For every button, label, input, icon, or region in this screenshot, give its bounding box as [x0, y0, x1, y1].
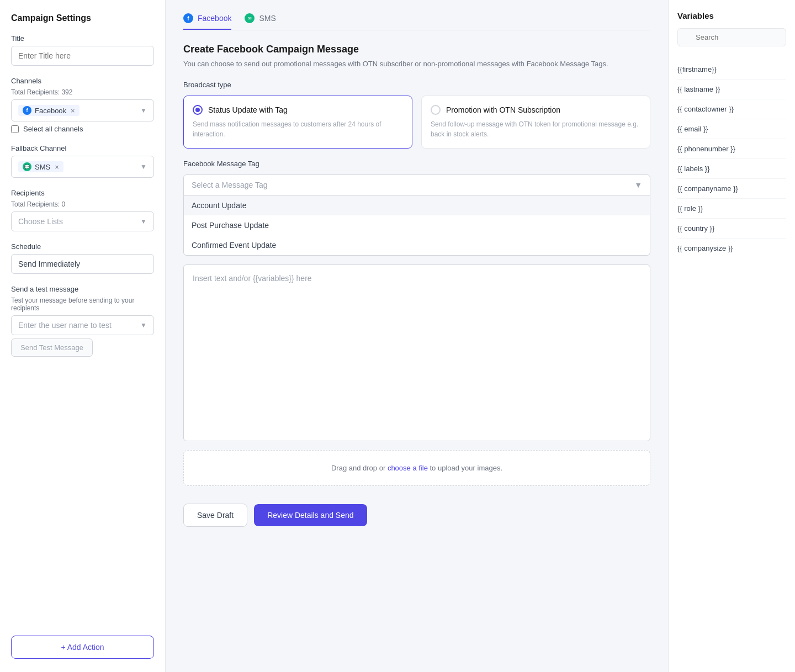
- schedule-label: Schedule: [11, 242, 154, 251]
- broadcast-promotion-header: Promotion with OTN Subscription: [431, 105, 641, 115]
- radio-promotion: [431, 105, 441, 115]
- var-item-country[interactable]: {{ country }}: [677, 219, 786, 239]
- broadcast-type-label: Broadcast type: [183, 81, 650, 89]
- var-item-contactowner[interactable]: {{ contactowner }}: [677, 99, 786, 119]
- title-label: Title: [11, 34, 154, 43]
- recipients-label: Recipients: [11, 189, 154, 197]
- schedule-select[interactable]: Send Immediately: [11, 254, 154, 274]
- test-sub: Test your message before sending to your…: [11, 297, 154, 312]
- test-input-row[interactable]: Enter the user name to test ▼: [11, 315, 154, 335]
- recipients-group: Recipients Total Recipients: 0 Choose Li…: [11, 189, 154, 231]
- save-draft-button[interactable]: Save Draft: [183, 504, 247, 527]
- select-all-checkbox[interactable]: [11, 125, 19, 133]
- broadcast-status-title: Status Update with Tag: [208, 105, 288, 114]
- schedule-group: Schedule Send Immediately: [11, 242, 154, 274]
- variables-search-wrap: 🔍: [677, 28, 786, 53]
- facebook-tab-icon: f: [183, 13, 193, 23]
- broadcast-promotion-title: Promotion with OTN Subscription: [446, 105, 560, 114]
- tag-item-account-update[interactable]: Account Update Notify user of a non-recu…: [184, 195, 650, 215]
- var-item-companysize[interactable]: {{ companysize }}: [677, 239, 786, 258]
- variables-list: {{firstname}} {{ lastname }} {{ contacto…: [677, 60, 786, 258]
- radio-inner: [195, 108, 200, 112]
- bottom-bar: Save Draft Review Details and Send: [183, 499, 650, 527]
- chevron-down-icon: ▼: [140, 218, 147, 225]
- var-item-firstname[interactable]: {{firstname}}: [677, 60, 786, 80]
- message-placeholder: Insert text and/or {{variables}} here: [193, 274, 312, 283]
- tag-item-confirmed-event[interactable]: Confirmed Event Update: [184, 235, 650, 255]
- broadcast-status-desc: Send mass notification messages to custo…: [193, 119, 403, 139]
- upload-area[interactable]: Drag and drop or choose a file to upload…: [183, 450, 650, 486]
- message-tag-label: Facebook Message Tag: [183, 160, 650, 168]
- broadcast-card-status-update[interactable]: Status Update with Tag Send mass notific…: [183, 96, 412, 149]
- facebook-label: Facebook: [35, 107, 66, 115]
- tag-dropdown-menu: Account Update Notify user of a non-recu…: [183, 195, 650, 256]
- var-item-role[interactable]: {{ role }}: [677, 199, 786, 219]
- chevron-down-icon: ▼: [634, 181, 642, 189]
- broadcast-promotion-desc: Send follow-up message with OTN token fo…: [431, 119, 641, 139]
- facebook-remove-icon[interactable]: ×: [71, 107, 75, 115]
- broadcast-card-promotion[interactable]: Promotion with OTN Subscription Send fol…: [421, 96, 650, 149]
- facebook-badge: f Facebook ×: [18, 105, 80, 116]
- sms-badge: 💬 SMS ×: [18, 161, 63, 172]
- message-editor[interactable]: Insert text and/or {{variables}} here: [183, 264, 650, 441]
- sms-tab-icon: ✉: [245, 13, 255, 23]
- test-message-group: Send a test message Test your message be…: [11, 285, 154, 357]
- broadcast-card-header: Status Update with Tag: [193, 105, 403, 115]
- channel-tabs: f Facebook ✉ SMS: [183, 13, 650, 30]
- sms-remove-icon[interactable]: ×: [55, 163, 59, 171]
- channels-group: Channels Total Recipients: 392 f Faceboo…: [11, 77, 154, 133]
- page-description: You can choose to send out promotional m…: [183, 59, 650, 70]
- facebook-icon: f: [23, 106, 31, 115]
- review-send-button[interactable]: Review Details and Send: [254, 504, 367, 526]
- sms-label: SMS: [35, 163, 50, 171]
- broadcast-options: Status Update with Tag Send mass notific…: [183, 96, 650, 149]
- tag-dropdown-trigger[interactable]: Select a Message Tag ▼: [183, 174, 650, 195]
- fallback-group: Fallback Channel 💬 SMS × ▼: [11, 144, 154, 178]
- var-item-labels[interactable]: {{ labels }}: [677, 159, 786, 179]
- test-label: Send a test message: [11, 285, 154, 293]
- var-item-lastname[interactable]: {{ lastname }}: [677, 80, 786, 99]
- channels-sub: Total Recipients: 392: [11, 88, 154, 96]
- sms-icon: 💬: [23, 162, 31, 171]
- tag-placeholder: Select a Message Tag: [192, 181, 268, 189]
- lists-select[interactable]: Choose Lists ▼: [11, 211, 154, 231]
- tag-dropdown-container: Select a Message Tag ▼ Account Update No…: [183, 174, 650, 256]
- page-title: Create Facebook Campaign Message: [183, 44, 650, 55]
- add-action-button[interactable]: + Add Action: [11, 636, 154, 659]
- upload-text: Drag and drop or: [331, 464, 388, 472]
- tab-sms[interactable]: ✉ SMS: [245, 13, 275, 30]
- tag-item-label: Account Update: [192, 201, 247, 210]
- fallback-label: Fallback Channel: [11, 144, 154, 152]
- choose-lists-placeholder: Choose Lists: [18, 217, 63, 226]
- chevron-down-icon: ▼: [140, 107, 147, 114]
- variables-panel: Variables 🔍 {{firstname}} {{ lastname }}…: [668, 0, 795, 672]
- sidebar-title: Campaign Settings: [11, 13, 154, 23]
- main-content: f Facebook ✉ SMS Create Facebook Campaig…: [166, 0, 668, 672]
- upload-suffix: to upload your images.: [428, 464, 502, 472]
- tab-facebook-label: Facebook: [198, 14, 231, 23]
- send-test-button[interactable]: Send Test Message: [11, 338, 93, 357]
- channels-select[interactable]: f Facebook × ▼: [11, 99, 154, 121]
- chevron-down-icon: ▼: [140, 321, 147, 329]
- recipients-sub: Total Recipients: 0: [11, 200, 154, 208]
- var-item-companyname[interactable]: {{ companyname }}: [677, 179, 786, 199]
- var-item-phonenumber[interactable]: {{ phonenumber }}: [677, 139, 786, 159]
- title-input[interactable]: [11, 46, 154, 66]
- tag-item-post-purchase[interactable]: Post Purchase Update: [184, 215, 650, 235]
- choose-file-link[interactable]: choose a file: [388, 464, 428, 472]
- tab-sms-label: SMS: [259, 14, 275, 23]
- radio-status-update: [193, 105, 203, 115]
- variables-title: Variables: [677, 11, 786, 20]
- var-item-email[interactable]: {{ email }}: [677, 119, 786, 139]
- message-tag-section: Facebook Message Tag Select a Message Ta…: [183, 160, 650, 256]
- tab-facebook[interactable]: f Facebook: [183, 13, 231, 30]
- title-group: Title: [11, 34, 154, 66]
- channels-label: Channels: [11, 77, 154, 85]
- select-all-row: Select all channels: [11, 125, 154, 133]
- tag-item-label: Post Purchase Update: [192, 221, 269, 230]
- test-placeholder: Enter the user name to test: [18, 321, 112, 330]
- chevron-down-icon: ▼: [140, 163, 147, 171]
- schedule-value: Send Immediately: [18, 260, 80, 268]
- fallback-select[interactable]: 💬 SMS × ▼: [11, 156, 154, 178]
- variables-search-input[interactable]: [677, 28, 786, 46]
